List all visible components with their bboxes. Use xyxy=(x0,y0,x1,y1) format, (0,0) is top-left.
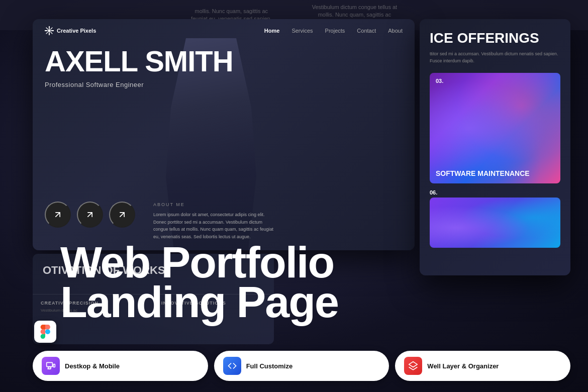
desktop-icon xyxy=(46,361,56,371)
main-title-overlay: Web Portfolio Landing Page xyxy=(60,242,588,322)
nav-links: Home Services Projects Contact About xyxy=(264,28,403,34)
hero-subtitle: Professional Software Engineer xyxy=(45,81,233,88)
badge-text-1: Destkop & Mobile xyxy=(65,362,120,370)
badge-customize: Full Customize xyxy=(214,351,389,381)
hero-buttons xyxy=(45,202,135,228)
arrow-btn-2[interactable] xyxy=(77,202,103,228)
service-label-03: SOFTWARE MAINTENANCE xyxy=(436,169,530,177)
nav-contact[interactable]: Contact xyxy=(357,28,376,34)
services-card: ICE OFFERINGS ttitor sed mi a accumsan. … xyxy=(420,19,570,275)
main-title-line2: Landing Page xyxy=(60,282,588,322)
main-nav: Creative Pixels Home Services Projects C… xyxy=(33,19,415,42)
logo-area: Creative Pixels xyxy=(45,26,96,35)
figma-icon xyxy=(34,321,56,343)
code-icon xyxy=(227,361,237,371)
svg-rect-11 xyxy=(53,364,55,367)
main-title: Web Portfolio Landing Page xyxy=(60,242,588,322)
service-number-06: 06. xyxy=(430,189,560,195)
logo-text: Creative Pixels xyxy=(57,28,96,34)
arrow-up-right-icon-3 xyxy=(117,210,127,220)
arrow-up-right-icon-2 xyxy=(85,210,95,220)
feature-badges: Destkop & Mobile Full Customize Well Lay… xyxy=(33,351,570,381)
badge-desktop-mobile: Destkop & Mobile xyxy=(33,351,208,381)
about-label: ABOUT ME xyxy=(153,202,274,207)
svg-marker-13 xyxy=(409,362,418,367)
services-title: ICE OFFERINGS xyxy=(430,31,560,45)
badge-icon-red xyxy=(404,357,422,375)
arrow-up-right-icon-1 xyxy=(53,210,63,220)
svg-line-8 xyxy=(46,32,48,34)
logo-icon xyxy=(45,26,54,35)
about-text: Lorem ipsum dolor sit amet, consectetur … xyxy=(153,211,274,240)
service-image-inner xyxy=(430,73,560,183)
svg-line-7 xyxy=(51,27,53,29)
nav-projects[interactable]: Projects xyxy=(325,28,345,34)
badge-icon-purple xyxy=(42,357,60,375)
hero-name: AXELL SMITH xyxy=(45,47,233,76)
main-portfolio-card: Creative Pixels Home Services Projects C… xyxy=(33,19,415,250)
services-description: ttitor sed mi a accumsan. Vestibulum dic… xyxy=(430,50,560,65)
nav-about[interactable]: About xyxy=(388,28,403,34)
badge-icon-blue xyxy=(223,357,241,375)
arrow-btn-3[interactable] xyxy=(109,202,135,228)
badge-text-2: Full Customize xyxy=(246,362,292,370)
layers-icon xyxy=(408,361,418,371)
main-title-line1: Web Portfolio xyxy=(60,242,588,282)
svg-line-6 xyxy=(51,32,53,34)
svg-line-5 xyxy=(46,27,48,29)
badge-text-3: Well Layer & Organizer xyxy=(427,362,499,370)
service-image-06 xyxy=(430,198,560,248)
arrow-btn-1[interactable] xyxy=(45,202,71,228)
badge-layer-organizer: Well Layer & Organizer xyxy=(395,351,570,381)
nav-home[interactable]: Home xyxy=(264,28,280,34)
hero-content: AXELL SMITH Professional Software Engine… xyxy=(45,47,233,88)
service-image-2-inner xyxy=(430,198,560,248)
service-image-03: 03. SOFTWARE MAINTENANCE xyxy=(430,73,560,183)
service-number-03: 03. xyxy=(436,78,443,84)
svg-point-0 xyxy=(48,29,50,32)
nav-services[interactable]: Services xyxy=(291,28,313,34)
figma-logo xyxy=(40,325,51,339)
svg-rect-9 xyxy=(47,362,53,366)
